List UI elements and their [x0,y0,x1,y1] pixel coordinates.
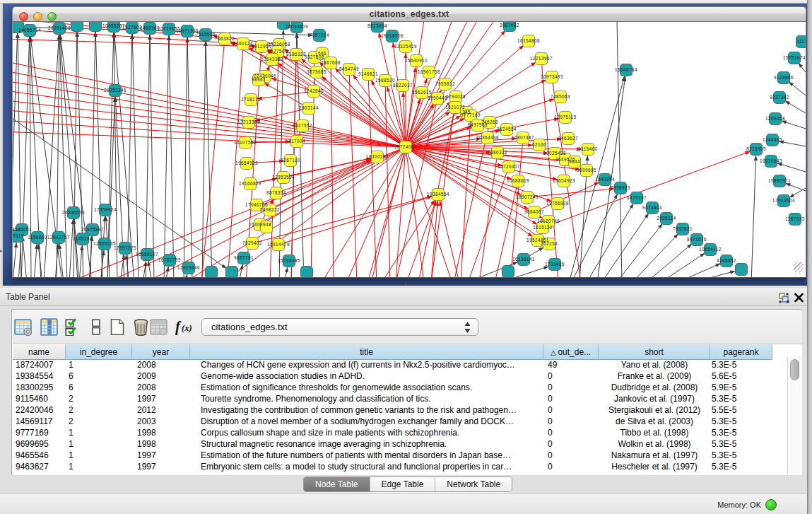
network-window-titlebar[interactable]: citations_edges.txt [12,6,806,22]
cell-in_degree: 1 [69,450,131,462]
left-panel-divider[interactable]: ▸ [0,4,3,286]
svg-text:2087682: 2087682 [500,23,519,28]
memory-status-label: Memory: OK [717,501,761,509]
cell-out_degree: 0 [548,428,597,439]
new-file-icon[interactable] [108,318,126,336]
column-header-title[interactable]: title [190,344,543,360]
table-row[interactable]: 969969511998Structural magnetic resonanc… [13,439,783,450]
graph-node-unlabeled[interactable] [736,264,748,276]
cell-out_degree: 49 [548,360,597,371]
cell-pagerank: 5.9E-5 [712,382,771,394]
table-row[interactable]: 2242004622012Investigating the contribut… [13,405,783,416]
cell-name: 9777169 [16,428,64,439]
table-row[interactable]: 1938455462009Genome-wide association stu… [13,371,783,382]
cell-out_degree: 0 [548,405,597,416]
cell-year: 2003 [137,416,189,428]
cell-title: Corpus callosum shape and size in male p… [201,428,542,439]
function-builder-icon[interactable]: f(x) [175,318,193,336]
cell-short: Dudbridge et al. (2008) [599,382,710,394]
svg-text:(x): (x) [182,323,192,333]
column-header-in_degree[interactable]: in_degree [66,344,132,360]
cell-year: 2009 [137,371,189,382]
network-view-canvas[interactable]: 1405571420091406106552871527602646616010… [12,22,806,278]
svg-text:20091406: 20091406 [48,25,71,30]
table-row[interactable]: 977716911998Corpus callosum shape and si… [13,428,783,439]
graph-node-unlabeled[interactable] [71,22,83,32]
table-vertical-scrollbar[interactable] [787,357,801,474]
status-bar: Memory: OK [0,493,807,514]
node-table[interactable]: namein_degreeyeartitle△ out_de...shortpa… [13,344,802,475]
svg-text:8878334: 8878334 [266,190,286,195]
svg-text:2935114: 2935114 [657,216,676,221]
svg-text:9146821: 9146821 [358,71,378,76]
graph-node-unlabeled[interactable] [206,267,218,278]
svg-text:16210643: 16210643 [760,158,782,163]
cell-title: Estimation of the future numbers of pati… [201,450,542,462]
column-header-pagerank[interactable]: pagerank [710,344,772,360]
svg-text:16409948: 16409948 [249,222,271,227]
svg-text:1167533: 1167533 [785,216,805,221]
cell-short: Wolkin et al. (1998) [599,439,710,450]
import-table-icon [150,318,167,336]
svg-text:f: f [175,319,182,335]
svg-text:39119: 39119 [13,233,24,238]
graph-node-unlabeled[interactable] [502,266,514,278]
svg-text:2718176: 2718176 [241,97,261,102]
network-selector-dropdown[interactable]: citations_edges.txt [201,318,478,336]
select-column-icon[interactable] [40,318,58,336]
svg-text:417004: 417004 [288,139,305,144]
table-panel: ⌃ Table Panel f(x)citations_edges.txt na… [0,286,807,514]
cell-year: 1998 [137,439,189,450]
cell-year: 1997 [137,394,189,405]
cell-pagerank: 5.5E-5 [712,405,771,416]
svg-text:5498222: 5498222 [260,207,280,212]
table-row[interactable]: 946554611997Estimation of the future num… [13,450,783,462]
table-row[interactable]: 911546021997Tourette syndrome. Phenomeno… [13,394,783,405]
tab-edge-table[interactable]: Edge Table [370,477,436,492]
cell-pagerank: 5.3E-5 [712,428,771,439]
float-panel-icon[interactable] [779,293,789,303]
row-height-icon[interactable] [88,318,105,336]
svg-text:1156819: 1156819 [28,235,47,240]
column-header-out_degree[interactable]: △ out_de... [543,344,599,360]
svg-text:9684067: 9684067 [524,209,544,214]
table-row[interactable]: 1456911722003Disruption of a novel membe… [13,416,783,428]
svg-text:8454749: 8454749 [339,66,359,71]
delete-icon[interactable] [132,318,150,336]
column-header-name[interactable]: name [13,344,66,360]
graph-node-unlabeled[interactable] [226,267,238,278]
network-window[interactable]: citations_edges.txt 14055714200914061065… [12,6,806,278]
table-panel-titlebar[interactable]: Table Panel [0,288,807,306]
tab-network-table[interactable]: Network Table [435,477,512,492]
column-header-short[interactable]: short [599,344,710,360]
svg-text:3875685: 3875685 [307,69,326,74]
cell-title: Structural magnetic resonance image aver… [201,439,542,450]
table-row[interactable]: 946362711997Embryonic stem cells: a mode… [13,462,783,473]
cell-title: Investigating the contribution of common… [201,405,542,416]
cell-name: 18300295 [16,382,64,394]
window-resize-grip[interactable] [794,262,804,272]
graph-node-unlabeled[interactable] [301,267,313,278]
svg-text:9657791: 9657791 [234,255,254,260]
svg-text:19654923: 19654923 [553,178,575,183]
left-panel-expand-arrow[interactable]: ▸ [0,247,3,254]
close-panel-icon[interactable] [794,293,804,303]
network-window-title: citations_edges.txt [13,7,806,22]
table-row[interactable]: 1872400712008Changes of HCN gene express… [13,360,783,371]
show-columns-icon[interactable] [64,318,82,336]
svg-text:1244415: 1244415 [763,137,782,142]
memory-ok-indicator[interactable] [765,499,777,510]
table-row[interactable]: 1830029562008Estimation of significance … [13,382,783,394]
svg-text:6466160: 6466160 [140,25,160,30]
svg-text:16648784: 16648784 [615,67,637,72]
svg-text:1733426: 1733426 [545,262,565,267]
graph-node-unlabeled[interactable] [90,22,102,32]
cell-out_degree: 0 [548,462,597,473]
svg-text:9474444: 9474444 [642,205,662,210]
column-header-year[interactable]: year [132,344,190,360]
svg-text:10543382: 10543382 [261,57,283,62]
scrollbar-thumb[interactable] [790,359,799,380]
cell-title: Genome-wide association studies in ADHD. [201,371,542,382]
table-settings-icon[interactable] [14,318,32,336]
tab-node-table[interactable]: Node Table [304,477,370,492]
